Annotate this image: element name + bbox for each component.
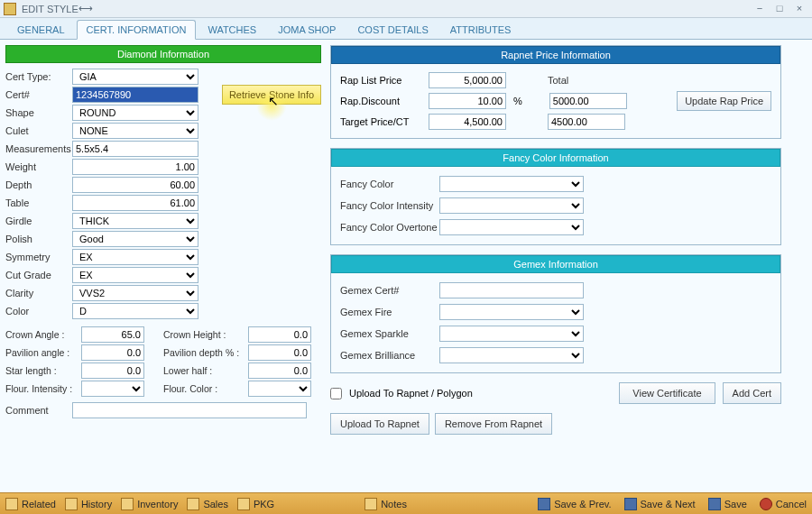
- label-measurements: Measurements: [5, 143, 72, 154]
- label-pavilion-angle: Pavilion angle :: [5, 347, 81, 358]
- restore-button[interactable]: □: [770, 3, 789, 15]
- label-star-length: Star length :: [5, 365, 81, 376]
- comment-input[interactable]: [72, 402, 307, 418]
- save-next-button[interactable]: Save & Next: [624, 498, 696, 510]
- pkg-icon: [237, 498, 250, 510]
- polish-select[interactable]: Good: [72, 231, 198, 247]
- label-gemex-brilliance: Gemex Brilliance: [340, 350, 439, 361]
- tab-cert-information[interactable]: CERT. INFORMATION: [77, 20, 197, 40]
- clarity-select[interactable]: VVS2: [72, 285, 198, 301]
- gemex-fire-select[interactable]: [439, 304, 584, 320]
- label-gemex-fire: Gemex Fire: [340, 307, 439, 317]
- label-crown-height: Crown Height :: [163, 329, 248, 340]
- sales-button[interactable]: Sales: [187, 498, 228, 510]
- crown-height-input[interactable]: [248, 326, 311, 343]
- history-button[interactable]: History: [65, 498, 112, 510]
- cancel-button[interactable]: Cancel: [760, 498, 807, 510]
- label-flour-intensity: Flour. Intensity :: [5, 383, 81, 394]
- cancel-icon: [760, 498, 772, 510]
- label-crown-angle: Crown Angle :: [5, 329, 81, 340]
- fancy-header: Fancy Color Information: [331, 149, 780, 167]
- gemex-brilliance-select[interactable]: [439, 347, 584, 363]
- label-total: Total: [548, 75, 620, 86]
- inventory-button[interactable]: Inventory: [121, 498, 178, 510]
- crown-angle-input[interactable]: [81, 326, 144, 343]
- label-fancy-intensity: Fancy Color Intensity: [340, 200, 439, 211]
- cut-grade-select[interactable]: EX: [72, 267, 198, 283]
- tab-general[interactable]: GENERAL: [7, 20, 75, 39]
- cert-number-input[interactable]: [72, 87, 198, 103]
- label-gemex-sparkle: Gemex Sparkle: [340, 328, 439, 339]
- related-button[interactable]: Related: [5, 498, 56, 510]
- weight-input[interactable]: [72, 159, 198, 175]
- label-gemex-cert: Gemex Cert#: [340, 285, 439, 296]
- shape-select[interactable]: ROUND: [72, 105, 198, 121]
- history-icon: [65, 498, 78, 510]
- add-cert-button[interactable]: Add Cert: [723, 382, 781, 404]
- minimize-button[interactable]: −: [751, 3, 769, 15]
- table-input[interactable]: [72, 195, 198, 211]
- color-select[interactable]: D: [72, 303, 198, 319]
- tab-joma-shop[interactable]: JOMA SHOP: [268, 20, 346, 39]
- label-symmetry: Symmetry: [5, 252, 72, 262]
- girdle-select[interactable]: THICK: [72, 213, 198, 229]
- label-cut-grade: Cut Grade: [5, 270, 72, 280]
- label-fancy-overtone: Fancy Color Overtone: [340, 222, 439, 233]
- close-button[interactable]: ×: [790, 3, 808, 15]
- view-certificate-button[interactable]: View Certificate: [619, 382, 715, 404]
- cert-type-select[interactable]: GIA: [72, 69, 198, 85]
- pin-icon[interactable]: ⟷: [78, 3, 93, 14]
- pkg-button[interactable]: PKG: [237, 498, 274, 510]
- notes-button[interactable]: Notes: [364, 498, 407, 510]
- target-total-input[interactable]: [548, 114, 625, 130]
- tab-attributes[interactable]: ATTRIBUTES: [440, 20, 521, 39]
- label-culet: Culet: [5, 125, 72, 136]
- label-clarity: Clarity: [5, 288, 72, 298]
- bottom-toolbar: Related History Inventory Sales PKG Note…: [0, 492, 812, 514]
- rap-list-input[interactable]: [429, 72, 506, 88]
- star-length-input[interactable]: [81, 363, 144, 379]
- depth-input[interactable]: [72, 177, 198, 193]
- tab-strip: GENERAL CERT. INFORMATION WATCHES JOMA S…: [0, 18, 812, 40]
- remove-from-rapnet-button[interactable]: Remove From Rapnet: [435, 413, 552, 435]
- label-fancy-color: Fancy Color: [340, 179, 439, 189]
- label-depth: Depth: [5, 179, 72, 190]
- pct-label: %: [513, 96, 522, 106]
- gemex-cert-input[interactable]: [439, 282, 584, 298]
- flour-intensity-select[interactable]: [81, 381, 144, 397]
- lower-half-input[interactable]: [248, 363, 311, 379]
- upload-checkbox[interactable]: [330, 388, 342, 399]
- total-input[interactable]: [549, 93, 627, 109]
- fancy-overtone-select[interactable]: [439, 219, 584, 235]
- measurements-input[interactable]: [72, 141, 198, 157]
- tab-watches[interactable]: WATCHES: [198, 20, 266, 39]
- label-comment: Comment: [5, 405, 72, 416]
- label-flour-color: Flour. Color :: [163, 383, 248, 394]
- pavilion-depth-input[interactable]: [248, 344, 311, 361]
- label-pavilion-depth: Pavilion depth % :: [163, 347, 248, 358]
- symmetry-select[interactable]: EX: [72, 249, 198, 265]
- upload-checkbox-label: Upload To Rapnet / Polygon: [349, 388, 473, 399]
- gemex-sparkle-select[interactable]: [439, 326, 584, 342]
- retrieve-stone-info-button[interactable]: Retrieve Stone Info: [222, 85, 321, 105]
- target-price-input[interactable]: [429, 114, 506, 130]
- content-area: Diamond Information Retrieve Stone Info …: [0, 40, 812, 492]
- tab-cost-details[interactable]: COST DETAILS: [347, 20, 438, 39]
- save-button[interactable]: Save: [708, 498, 747, 510]
- label-rap-discount: Rap.Discount: [340, 96, 421, 106]
- label-target-price: Target Price/CT: [340, 116, 421, 127]
- pavilion-angle-input[interactable]: [81, 344, 144, 361]
- culet-select[interactable]: NONE: [72, 123, 198, 139]
- fancy-intensity-select[interactable]: [439, 197, 584, 214]
- rapnet-panel: Rapnet Price Information Rap List Price …: [330, 45, 781, 139]
- save-prev-button[interactable]: Save & Prev.: [538, 498, 611, 510]
- flour-color-select[interactable]: [248, 381, 311, 397]
- rap-discount-input[interactable]: [429, 93, 506, 109]
- label-lower-half: Lower half :: [163, 365, 248, 376]
- label-rap-list: Rap List Price: [340, 75, 421, 86]
- gemex-header: Gemex Information: [331, 255, 780, 273]
- fancy-color-select[interactable]: [439, 176, 584, 192]
- label-shape: Shape: [5, 107, 72, 118]
- upload-to-rapnet-button[interactable]: Upload To Rapnet: [330, 413, 429, 435]
- update-rap-price-button[interactable]: Update Rap Price: [677, 91, 771, 111]
